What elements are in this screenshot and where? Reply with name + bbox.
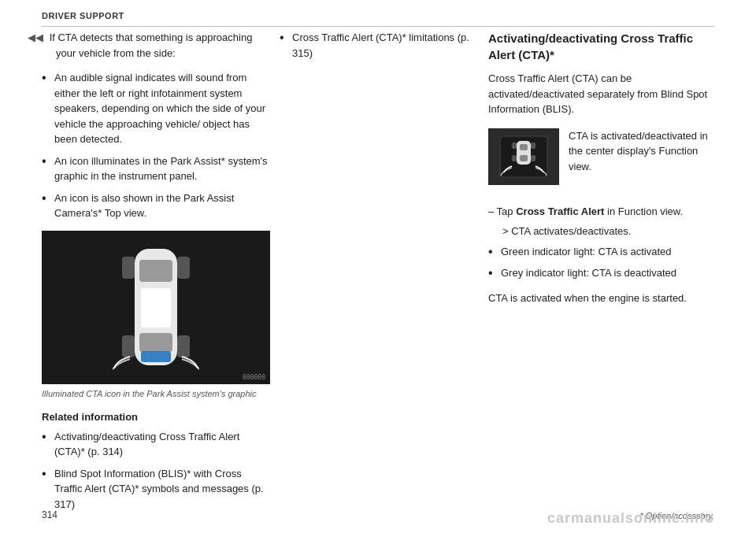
right-bullet-list: Green indicator light: CTA is activated … <box>488 244 721 281</box>
main-bullet-list: An audible signal indicates will sound f… <box>42 70 270 221</box>
section-heading: Activating/deactivating Cross Traffic Al… <box>488 30 721 63</box>
indent-arrow: > CTA activates/deactivates. <box>488 224 721 239</box>
svg-rect-11 <box>520 144 528 150</box>
svg-rect-6 <box>122 335 135 357</box>
list-item: Cross Traffic Alert (CTA)* limitations (… <box>280 30 476 61</box>
final-note: CTA is activated when the engine is star… <box>488 291 721 306</box>
list-item: Activating/deactivating Cross Traffic Al… <box>42 429 270 460</box>
list-item: Grey indicator light: CTA is deactivated <box>488 265 721 281</box>
intro-body: If CTA detects that something is approac… <box>50 31 253 59</box>
section-body-text: Cross Traffic Alert (CTA) can be activat… <box>488 71 721 117</box>
instruction-dash: – Tap Cross Traffic Alert in Function vi… <box>488 204 721 220</box>
svg-rect-14 <box>531 143 536 149</box>
watermark: carmanualsonline.info <box>547 510 714 527</box>
page-header: DRIVER SUPPORT <box>42 11 124 20</box>
related-bullet-list: Activating/deactivating Cross Traffic Al… <box>42 429 270 513</box>
svg-rect-13 <box>512 143 517 149</box>
svg-rect-8 <box>141 351 171 362</box>
list-item: An audible signal indicates will sound f… <box>42 70 270 147</box>
list-item: An icon is also shown in the Park Assist… <box>42 191 270 221</box>
cta-display-image <box>488 128 559 185</box>
left-column: ◀◀ If CTA detects that something is appr… <box>42 30 270 521</box>
svg-rect-3 <box>141 288 171 328</box>
cta-display-svg <box>496 133 551 180</box>
image-code: 000000 <box>243 374 265 381</box>
svg-rect-2 <box>139 333 172 352</box>
list-item: Green indicator light: CTA is activated <box>488 244 721 260</box>
svg-rect-4 <box>122 257 135 279</box>
car-image: 000000 <box>42 231 270 384</box>
related-info-heading: Related information <box>42 411 270 423</box>
svg-rect-7 <box>177 335 190 357</box>
middle-bullet-list: Cross Traffic Alert (CTA)* limitations (… <box>280 30 476 61</box>
cta-side-text: CTA is activated/deactivated in the cent… <box>569 128 721 175</box>
svg-rect-16 <box>531 155 536 161</box>
car-top-view <box>42 231 270 384</box>
list-item: An icon illuminates in the Park Assist* … <box>42 154 270 184</box>
intro-text: ◀◀ If CTA detects that something is appr… <box>42 30 270 61</box>
image-caption: Illuminated CTA icon in the Park Assist … <box>42 389 270 398</box>
svg-rect-12 <box>520 155 528 161</box>
svg-rect-5 <box>177 257 190 279</box>
back-arrow-icon: ◀◀ <box>42 30 43 46</box>
middle-column: Cross Traffic Alert (CTA)* limitations (… <box>280 30 476 70</box>
svg-rect-15 <box>512 155 517 161</box>
header-divider <box>42 26 714 27</box>
svg-rect-1 <box>139 260 172 282</box>
instruction-bold: Cross Traffic Alert <box>516 205 604 217</box>
page-number: 314 <box>42 509 57 520</box>
list-item: Blind Spot Information (BLIS)* with Cros… <box>42 466 270 513</box>
right-column: Activating/deactivating Cross Traffic Al… <box>488 30 721 305</box>
cta-icon-area: CTA is activated/deactivated in the cent… <box>488 128 721 193</box>
car-svg <box>113 235 199 380</box>
